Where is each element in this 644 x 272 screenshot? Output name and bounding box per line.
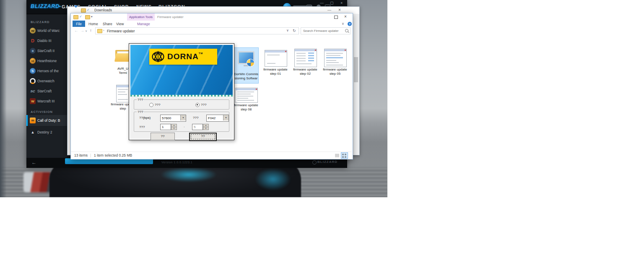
selected-indicator [26,115,28,126]
connection-groupbox: ??? ??? ??? [134,99,229,110]
screenshot-thumbnail [235,88,258,103]
ribbon-collapse-icon[interactable]: ∨ [342,22,344,26]
baud-select[interactable]: 57600 ▼ [160,115,186,122]
search-input[interactable] [302,28,344,34]
refresh-icon[interactable]: ↻ [293,29,296,33]
starcraft-icon: SC [30,88,36,94]
nav-forward-icon[interactable]: → [80,28,84,33]
cod-bo4-icon: IIII [30,118,36,123]
thumbnail-view-button[interactable] [341,152,348,159]
details-view-button[interactable] [334,153,340,158]
tab-view[interactable]: View [116,21,124,27]
address-toolbar: ← → ∨ ↑ › Firmware updater ∨ ↻ [71,27,352,35]
tab-share[interactable]: Share [103,21,112,27]
qat-folder-icon[interactable] [73,15,78,19]
sidebar-item-hearthstone[interactable]: H Hearthstone [26,56,67,65]
screen: BLIZZARD ▾ GAMES SOCIAL SHOP NEWS BLIZZC… [0,0,644,272]
port-select[interactable]: F042 ▼ [206,115,229,122]
tab-home[interactable]: Home [88,21,98,27]
wallpaper-teal-glow [160,167,217,182]
combo-arrow-icon[interactable]: ▼ [180,115,186,120]
address-folder-icon [97,29,102,33]
sidebar-item-destiny2[interactable]: ▲ Destiny 2 [26,128,67,137]
wallpaper-teal-glow-right [255,168,291,191]
sidebar-item-warcraft3[interactable]: W Warcraft III [26,97,67,106]
explorer-restore-button[interactable] [334,16,338,19]
heroes-icon: S [30,68,36,74]
file-dorwin-selected[interactable]: DorWin Commis sioning Softwar [234,47,259,84]
blizzard-logo[interactable]: BLIZZARD [31,3,60,9]
qat-properties-icon[interactable]: ✓ [87,8,90,12]
nav-up-icon[interactable]: ↑ [90,28,92,33]
search-box[interactable] [301,27,351,34]
qat-check-icon[interactable]: ✓ [79,15,82,18]
screenshot-thumbnail [265,50,287,67]
nav-back-icon[interactable]: ← [74,28,78,33]
qat-newfolder-icon[interactable] [85,15,90,19]
help-icon[interactable]: ? [348,22,352,26]
sidebar-item-overwatch[interactable]: Overwatch [26,76,67,86]
explorer-titlebar[interactable]: ✓ ▾ Application Tools Firmware updater × [71,13,352,21]
sidebar-item-cod-bo4[interactable]: IIII Call of Duty: B [26,115,67,126]
wallpaper-left-shade [0,0,7,197]
launcher-close-button[interactable]: × [340,1,343,5]
sidebar-item-diablo3[interactable]: D Diablo III [26,36,67,45]
nav-recent-icon[interactable]: ∨ [85,29,87,33]
downloads-scrollbar[interactable] [353,14,359,154]
sidebar-item-starcraft2[interactable]: II StarCraft II [26,46,67,55]
downloads-scrollbar-thumb[interactable] [354,57,358,82]
axis-spinner-buttons[interactable]: ▲▼ [203,124,208,129]
sidebar-section-activision: ACTIVISION [31,110,53,114]
dorna-banner: DORNATM [130,45,233,95]
overwatch-icon [30,78,36,84]
dorna-star-icon [152,50,164,63]
explorer-title: Firmware updater [157,15,184,19]
explorer-close-button[interactable]: × [344,14,347,19]
wow-icon: W [30,28,36,34]
sidebar-item-wow[interactable]: W World of Warc [26,26,67,35]
cancel-button[interactable]: ?? [151,133,175,140]
tab-manage[interactable]: Manage [137,21,150,27]
radio-option-b-selected[interactable] [195,103,200,107]
port-label: ??? [193,116,198,120]
ok-button[interactable]: ?? [189,133,217,141]
launcher-maximize-button[interactable]: ▢ [330,1,334,5]
launcher-sidebar: BLIZZARD W World of Warc D Diablo III II… [26,14,67,158]
version-text: Version 1.0.0.1223.1 [161,161,192,164]
address-path[interactable]: Firmware updater [107,29,135,33]
blizzard-orb-icon [312,160,317,165]
tab-file[interactable]: File [73,21,85,27]
address-bar[interactable]: › Firmware updater ∨ ↻ [95,27,299,34]
destiny2-icon: ▲ [30,129,36,135]
id-spinner[interactable]: 1 [160,124,171,130]
sidebar-item-starcraft[interactable]: SC StarCraft [26,86,67,96]
id-spinner-buttons[interactable]: ▲▼ [171,124,176,129]
blizzard-logo-caret-icon[interactable]: ▾ [59,5,61,8]
screenshot-thumbnail [294,49,317,67]
back-arrow-icon[interactable]: ← [31,160,36,165]
baud-label: ??(bps) [139,116,151,120]
qat-folder-icon[interactable] [81,8,86,13]
starcraft2-icon: II [30,48,36,54]
ribbon-tabs: File Home Share View Manage ∨ ? [71,21,352,27]
dorna-updater-dialog: DORNATM ??? ??? ??? ??? ??(bps) 57600 ▼ … [129,43,234,140]
warcraft3-icon: W [30,98,36,104]
sidebar-item-heroes[interactable]: S Heroes of the [26,66,67,76]
combo-arrow-icon[interactable]: ▼ [223,115,229,120]
launcher-minimize-button[interactable]: — [320,1,324,5]
address-chevron: › [103,29,104,32]
sidebar-section-blizzard: BLIZZARD [31,20,50,24]
downloads-titlebar[interactable]: ✓ Downloads — × [68,7,359,13]
selection-info: 1 item selected 0.25 MB [94,153,132,157]
application-tools-tab[interactable]: Application Tools [127,13,155,21]
radio-option-a[interactable] [149,103,153,107]
downloads-minimize-button[interactable]: — [327,8,331,12]
diablo3-icon: D [30,38,36,44]
downloads-close-button[interactable]: × [338,8,341,12]
installer-pinwheel-icon [247,59,254,67]
qat-dropdown-icon[interactable]: ▾ [91,15,93,18]
address-dropdown-icon[interactable]: ∨ [286,29,289,32]
axis-spinner[interactable]: 5 [192,124,203,130]
parameters-groupbox: ??? ??(bps) 57600 ▼ ??? F042 ▼ ??? 1 ▲▼ [134,112,229,132]
screenshot-thumbnail [324,49,347,67]
